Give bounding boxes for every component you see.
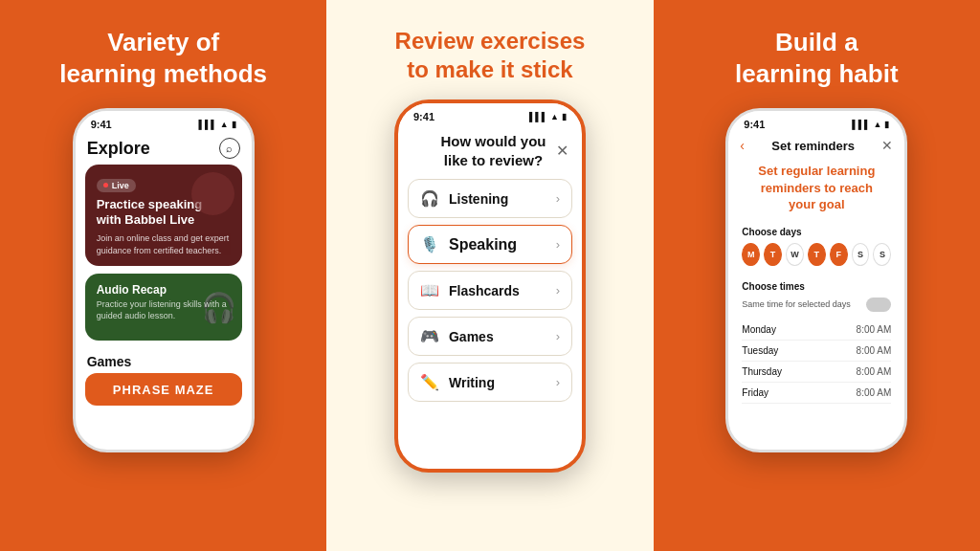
explore-title: Explore: [87, 139, 150, 159]
friday-label: Friday: [742, 387, 768, 398]
center-heading: Review exercises to make it stick: [395, 27, 586, 84]
listening-icon: 🎧: [420, 189, 439, 208]
live-label: Live: [112, 181, 129, 190]
writing-option[interactable]: ✏️ Writing ›: [408, 363, 572, 402]
phrase-maze-text: PHRASE MAZE: [113, 383, 214, 397]
right-status-bar: 9:41 ▌▌▌ ▲ ▮: [728, 111, 904, 134]
wifi-icon: ▲: [550, 112, 559, 121]
phrase-maze-banner: PHRASE MAZE: [85, 373, 242, 406]
battery-icon: ▮: [884, 120, 889, 129]
center-time: 9:41: [413, 111, 434, 122]
speaking-label: Speaking: [449, 236, 517, 253]
games-option-left: 🎮 Games: [420, 327, 494, 345]
listening-option[interactable]: 🎧 Listening ›: [408, 179, 572, 218]
flashcards-option[interactable]: 📖 Flashcards ›: [408, 271, 572, 310]
left-heading: Variety of learning methods: [59, 27, 267, 89]
reminders-close-button[interactable]: ✕: [881, 138, 893, 153]
bird-decoration: [191, 172, 234, 215]
tuesday-time: 8:00 AM: [857, 345, 892, 356]
review-dialog-title: How would you like to review?: [431, 132, 556, 169]
writing-chevron: ›: [556, 375, 560, 389]
review-options-list: 🎧 Listening › 🎙️ Speaking › 📖 Flashcards: [398, 173, 582, 414]
right-status-icons: ▌▌▌ ▲ ▮: [852, 120, 889, 129]
left-status-icons: ▌▌▌ ▲ ▮: [199, 120, 236, 129]
flashcards-chevron: ›: [556, 283, 560, 298]
left-time: 9:41: [91, 119, 112, 130]
thursday-label: Thursday: [742, 366, 782, 377]
reminders-nav-title: Set reminders: [771, 139, 855, 153]
reminders-prompt-text: Set regular learning reminders to reach …: [742, 163, 891, 213]
day-wednesday[interactable]: W: [786, 243, 804, 266]
day-saturday[interactable]: S: [852, 243, 870, 266]
games-option[interactable]: 🎮 Games ›: [408, 317, 572, 356]
day-tuesday[interactable]: T: [764, 243, 782, 266]
battery-icon: ▮: [562, 112, 567, 121]
same-time-text: Same time for selected days: [742, 299, 851, 309]
center-status-bar: 9:41 ▌▌▌ ▲ ▮: [398, 103, 582, 126]
monday-time-row: Monday 8:00 AM: [742, 320, 891, 341]
signal-icon: ▌▌▌: [852, 120, 870, 129]
day-monday[interactable]: M: [742, 243, 760, 266]
friday-time: 8:00 AM: [857, 387, 892, 398]
left-panel: Variety of learning methods 9:41 ▌▌▌ ▲ ▮…: [0, 0, 326, 551]
speaking-option[interactable]: 🎙️ Speaking ›: [408, 225, 572, 264]
days-row: M T W T F S S: [742, 243, 891, 266]
reminders-nav: ‹ Set reminders ✕: [728, 134, 904, 155]
monday-label: Monday: [742, 324, 776, 335]
left-status-bar: 9:41 ▌▌▌ ▲ ▮: [76, 111, 252, 134]
live-badge: Live: [97, 179, 136, 192]
games-icon: 🎮: [420, 327, 439, 345]
friday-time-row: Friday 8:00 AM: [742, 383, 891, 404]
flashcards-label: Flashcards: [449, 283, 520, 298]
listening-chevron: ›: [556, 191, 560, 206]
games-section-label: Games: [76, 348, 252, 373]
choose-days-label: Choose days: [742, 227, 891, 237]
listening-label: Listening: [449, 191, 508, 207]
nav-back-button[interactable]: ‹: [740, 138, 745, 153]
center-status-icons: ▌▌▌ ▲ ▮: [529, 112, 567, 121]
writing-label: Writing: [449, 375, 495, 390]
live-dot: [103, 183, 108, 187]
speaking-option-left: 🎙️ Speaking: [420, 235, 517, 253]
right-time: 9:41: [744, 119, 765, 130]
tuesday-label: Tuesday: [742, 345, 778, 356]
thursday-time-row: Thursday 8:00 AM: [742, 362, 891, 383]
right-panel: Build a learning habit 9:41 ▌▌▌ ▲ ▮ ‹ Se…: [654, 0, 980, 551]
same-time-row: Same time for selected days: [742, 298, 891, 312]
audio-recap-card: 🎧 Audio Recap Practice your listening sk…: [85, 274, 242, 341]
speaking-icon: 🎙️: [420, 235, 439, 253]
day-sunday[interactable]: S: [873, 243, 891, 266]
center-phone: 9:41 ▌▌▌ ▲ ▮ How would you like to revie…: [394, 99, 586, 473]
signal-icon: ▌▌▌: [199, 120, 217, 129]
signal-icon: ▌▌▌: [529, 112, 547, 121]
choose-times-section: Choose times Same time for selected days…: [728, 277, 904, 408]
right-heading: Build a learning habit: [735, 27, 898, 89]
day-thursday[interactable]: T: [808, 243, 826, 266]
choose-days-section: Choose days M T W T F S S: [728, 223, 904, 277]
day-friday[interactable]: F: [830, 243, 848, 266]
wifi-icon: ▲: [220, 120, 229, 129]
times-label-row: Choose times: [742, 281, 891, 292]
search-glyph: ⌕: [226, 143, 233, 154]
review-dialog-header: How would you like to review? ✕: [398, 126, 582, 173]
audio-recap-desc: Practice your listening skills with a gu…: [97, 299, 231, 321]
same-time-toggle[interactable]: [866, 298, 891, 312]
monday-time: 8:00 AM: [857, 324, 892, 335]
review-close-button[interactable]: ✕: [556, 142, 568, 160]
battery-icon: ▮: [232, 120, 236, 129]
left-phone: 9:41 ▌▌▌ ▲ ▮ Explore ⌕ Live Practice spe…: [73, 108, 255, 452]
thursday-time: 8:00 AM: [857, 366, 892, 377]
live-card-desc: Join an online class and get expert guid…: [97, 232, 231, 256]
flashcards-option-left: 📖 Flashcards: [420, 281, 520, 299]
games-chevron: ›: [556, 329, 560, 343]
speaking-chevron: ›: [556, 237, 560, 252]
reminders-prompt: Set regular learning reminders to reach …: [728, 155, 904, 223]
listening-option-left: 🎧 Listening: [420, 189, 508, 208]
search-icon[interactable]: ⌕: [219, 138, 240, 159]
live-card: Live Practice speaking with Babbel Live …: [85, 165, 242, 266]
games-label: Games: [449, 329, 494, 344]
choose-times-label: Choose times: [742, 281, 805, 292]
tuesday-time-row: Tuesday 8:00 AM: [742, 341, 891, 362]
center-panel: Review exercises to make it stick 9:41 ▌…: [326, 0, 653, 551]
explore-header: Explore ⌕: [76, 134, 252, 165]
